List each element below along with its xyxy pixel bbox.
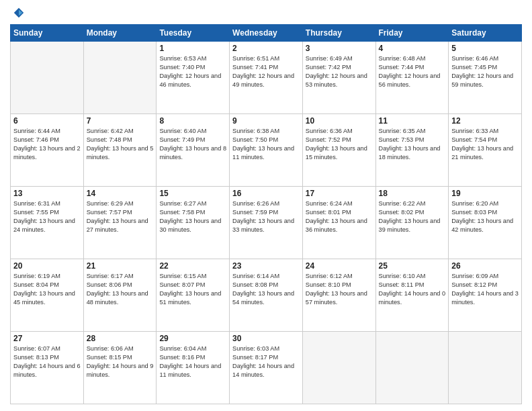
calendar-cell: 28Sunrise: 6:06 AM Sunset: 8:15 PM Dayli…: [83, 332, 157, 404]
calendar-cell: 22Sunrise: 6:15 AM Sunset: 8:07 PM Dayli…: [157, 259, 230, 332]
calendar-week-3: 13Sunrise: 6:31 AM Sunset: 7:55 PM Dayli…: [11, 187, 522, 259]
day-number: 2: [232, 44, 300, 53]
day-number: 19: [451, 189, 519, 198]
calendar-cell: 9Sunrise: 6:38 AM Sunset: 7:50 PM Daylig…: [230, 114, 303, 187]
calendar-header-tuesday: Tuesday: [157, 25, 230, 42]
day-info: Sunrise: 6:12 AM Sunset: 8:10 PM Dayligh…: [306, 272, 373, 307]
day-info: Sunrise: 6:44 AM Sunset: 7:46 PM Dayligh…: [13, 127, 81, 162]
calendar-cell: 19Sunrise: 6:20 AM Sunset: 8:03 PM Dayli…: [449, 187, 522, 259]
calendar-cell: 4Sunrise: 6:48 AM Sunset: 7:44 PM Daylig…: [375, 42, 449, 114]
day-number: 15: [159, 189, 226, 198]
calendar-cell: 6Sunrise: 6:44 AM Sunset: 7:46 PM Daylig…: [11, 114, 84, 187]
calendar-cell: [302, 332, 375, 404]
day-info: Sunrise: 6:09 AM Sunset: 8:12 PM Dayligh…: [451, 272, 519, 307]
day-number: 9: [232, 116, 300, 126]
day-number: 22: [159, 261, 226, 271]
day-info: Sunrise: 6:15 AM Sunset: 8:07 PM Dayligh…: [159, 272, 226, 307]
day-info: Sunrise: 6:20 AM Sunset: 8:03 PM Dayligh…: [451, 199, 519, 234]
calendar-cell: 15Sunrise: 6:27 AM Sunset: 7:58 PM Dayli…: [157, 187, 230, 259]
calendar-cell: 16Sunrise: 6:26 AM Sunset: 7:59 PM Dayli…: [230, 187, 303, 259]
calendar-cell: [11, 42, 84, 114]
day-info: Sunrise: 6:14 AM Sunset: 8:08 PM Dayligh…: [232, 272, 300, 307]
day-info: Sunrise: 6:51 AM Sunset: 7:41 PM Dayligh…: [232, 54, 300, 89]
calendar-header-monday: Monday: [83, 25, 157, 42]
logo-icon: [13, 7, 25, 19]
day-info: Sunrise: 6:29 AM Sunset: 7:57 PM Dayligh…: [87, 199, 154, 234]
calendar-cell: 14Sunrise: 6:29 AM Sunset: 7:57 PM Dayli…: [83, 187, 157, 259]
calendar-cell: 27Sunrise: 6:07 AM Sunset: 8:13 PM Dayli…: [11, 332, 84, 404]
day-number: 12: [451, 116, 519, 126]
day-info: Sunrise: 6:48 AM Sunset: 7:44 PM Dayligh…: [379, 54, 446, 89]
page: SundayMondayTuesdayWednesdayThursdayFrid…: [0, 0, 532, 411]
day-info: Sunrise: 6:22 AM Sunset: 8:02 PM Dayligh…: [379, 199, 446, 234]
day-number: 10: [306, 116, 373, 126]
calendar-cell: [375, 332, 449, 404]
day-info: Sunrise: 6:19 AM Sunset: 8:04 PM Dayligh…: [13, 272, 81, 307]
calendar-cell: 5Sunrise: 6:46 AM Sunset: 7:45 PM Daylig…: [449, 42, 522, 114]
day-info: Sunrise: 6:49 AM Sunset: 7:42 PM Dayligh…: [306, 54, 373, 89]
day-number: 3: [306, 44, 373, 53]
calendar-cell: 25Sunrise: 6:10 AM Sunset: 8:11 PM Dayli…: [375, 259, 449, 332]
day-number: 27: [13, 334, 81, 343]
calendar-cell: 26Sunrise: 6:09 AM Sunset: 8:12 PM Dayli…: [449, 259, 522, 332]
calendar-cell: 3Sunrise: 6:49 AM Sunset: 7:42 PM Daylig…: [302, 42, 375, 114]
day-number: 18: [379, 189, 446, 198]
day-number: 1: [159, 44, 226, 53]
day-number: 24: [306, 261, 373, 271]
calendar: SundayMondayTuesdayWednesdayThursdayFrid…: [10, 24, 522, 404]
calendar-header-friday: Friday: [375, 25, 449, 42]
day-info: Sunrise: 6:07 AM Sunset: 8:13 PM Dayligh…: [13, 345, 81, 379]
day-info: Sunrise: 6:10 AM Sunset: 8:11 PM Dayligh…: [379, 272, 446, 307]
calendar-cell: 1Sunrise: 6:53 AM Sunset: 7:40 PM Daylig…: [157, 42, 230, 114]
calendar-cell: 13Sunrise: 6:31 AM Sunset: 7:55 PM Dayli…: [11, 187, 84, 259]
calendar-cell: 30Sunrise: 6:03 AM Sunset: 8:17 PM Dayli…: [230, 332, 303, 404]
day-number: 30: [232, 334, 300, 343]
day-number: 23: [232, 261, 300, 271]
calendar-cell: 23Sunrise: 6:14 AM Sunset: 8:08 PM Dayli…: [230, 259, 303, 332]
day-info: Sunrise: 6:03 AM Sunset: 8:17 PM Dayligh…: [232, 345, 300, 379]
day-info: Sunrise: 6:31 AM Sunset: 7:55 PM Dayligh…: [13, 199, 81, 234]
day-number: 7: [87, 116, 154, 126]
calendar-header-thursday: Thursday: [302, 25, 375, 42]
day-number: 20: [13, 261, 81, 271]
calendar-header-saturday: Saturday: [449, 25, 522, 42]
calendar-week-2: 6Sunrise: 6:44 AM Sunset: 7:46 PM Daylig…: [11, 114, 522, 187]
day-number: 5: [451, 44, 519, 53]
day-number: 25: [379, 261, 446, 271]
calendar-cell: 20Sunrise: 6:19 AM Sunset: 8:04 PM Dayli…: [11, 259, 84, 332]
calendar-cell: 29Sunrise: 6:04 AM Sunset: 8:16 PM Dayli…: [157, 332, 230, 404]
day-info: Sunrise: 6:36 AM Sunset: 7:52 PM Dayligh…: [306, 127, 373, 162]
logo: [10, 7, 25, 19]
day-number: 4: [379, 44, 446, 53]
day-info: Sunrise: 6:46 AM Sunset: 7:45 PM Dayligh…: [451, 54, 519, 89]
day-number: 8: [159, 116, 226, 126]
calendar-header-row: SundayMondayTuesdayWednesdayThursdayFrid…: [11, 25, 522, 42]
day-info: Sunrise: 6:06 AM Sunset: 8:15 PM Dayligh…: [87, 345, 154, 379]
calendar-cell: 17Sunrise: 6:24 AM Sunset: 8:01 PM Dayli…: [302, 187, 375, 259]
day-info: Sunrise: 6:38 AM Sunset: 7:50 PM Dayligh…: [232, 127, 300, 162]
day-info: Sunrise: 6:27 AM Sunset: 7:58 PM Dayligh…: [159, 199, 226, 234]
calendar-week-1: 1Sunrise: 6:53 AM Sunset: 7:40 PM Daylig…: [11, 42, 522, 114]
day-number: 28: [87, 334, 154, 343]
day-number: 21: [87, 261, 154, 271]
day-info: Sunrise: 6:26 AM Sunset: 7:59 PM Dayligh…: [232, 199, 300, 234]
calendar-cell: 18Sunrise: 6:22 AM Sunset: 8:02 PM Dayli…: [375, 187, 449, 259]
day-number: 14: [87, 189, 154, 198]
day-number: 6: [13, 116, 81, 126]
calendar-cell: 11Sunrise: 6:35 AM Sunset: 7:53 PM Dayli…: [375, 114, 449, 187]
calendar-cell: 21Sunrise: 6:17 AM Sunset: 8:06 PM Dayli…: [83, 259, 157, 332]
calendar-cell: 24Sunrise: 6:12 AM Sunset: 8:10 PM Dayli…: [302, 259, 375, 332]
day-info: Sunrise: 6:35 AM Sunset: 7:53 PM Dayligh…: [379, 127, 446, 162]
day-info: Sunrise: 6:42 AM Sunset: 7:48 PM Dayligh…: [87, 127, 154, 162]
day-number: 17: [306, 189, 373, 198]
calendar-header-sunday: Sunday: [11, 25, 84, 42]
day-info: Sunrise: 6:40 AM Sunset: 7:49 PM Dayligh…: [159, 127, 226, 162]
day-number: 11: [379, 116, 446, 126]
header: [10, 7, 522, 19]
calendar-cell: 12Sunrise: 6:33 AM Sunset: 7:54 PM Dayli…: [449, 114, 522, 187]
day-number: 16: [232, 189, 300, 198]
calendar-cell: 2Sunrise: 6:51 AM Sunset: 7:41 PM Daylig…: [230, 42, 303, 114]
day-number: 26: [451, 261, 519, 271]
calendar-cell: 8Sunrise: 6:40 AM Sunset: 7:49 PM Daylig…: [157, 114, 230, 187]
calendar-week-5: 27Sunrise: 6:07 AM Sunset: 8:13 PM Dayli…: [11, 332, 522, 404]
